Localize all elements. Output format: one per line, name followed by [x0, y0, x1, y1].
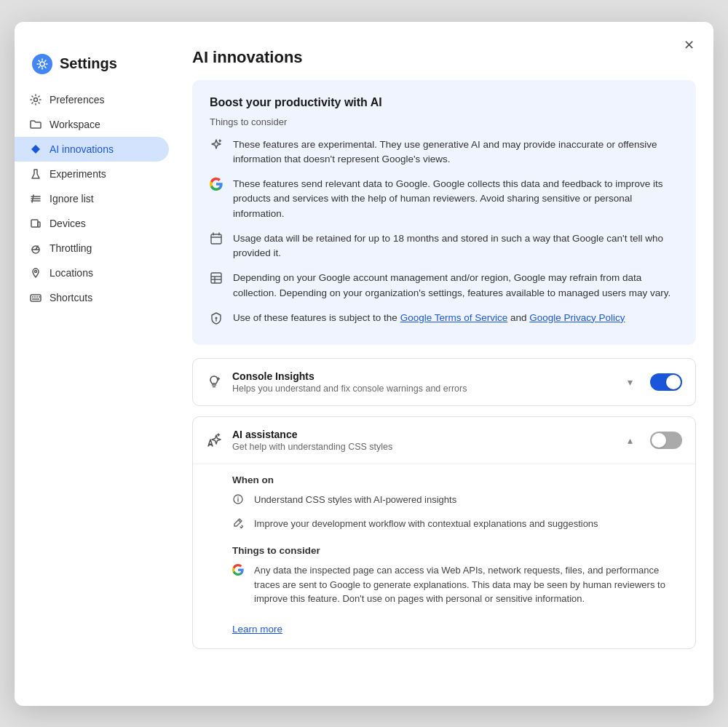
window-body: Settings Preferences: [15, 35, 713, 706]
tos-link[interactable]: Google Terms of Service: [400, 312, 508, 323]
svg-rect-7: [31, 220, 38, 227]
diamond-icon: [29, 143, 42, 156]
info-item-account: Depending on your Google account managem…: [210, 271, 678, 301]
settings-logo-icon: [32, 54, 52, 74]
info-circle-icon: [232, 493, 245, 509]
console-insights-toggle[interactable]: [650, 373, 682, 391]
sidebar-item-label: Preferences: [50, 94, 104, 106]
page-title: AI innovations: [192, 48, 696, 67]
sidebar-item-label: Experiments: [50, 168, 106, 180]
console-insights-row[interactable]: Console Insights Helps you understand an…: [193, 359, 695, 405]
console-insights-title: Console Insights: [232, 370, 617, 382]
console-insights-desc: Helps you understand and fix console war…: [232, 384, 617, 394]
sidebar-item-devices[interactable]: Devices: [15, 211, 169, 236]
sidebar-item-shortcuts[interactable]: Shortcuts: [15, 285, 169, 310]
chevron-up-icon: ▴: [628, 434, 633, 446]
info-item-tos: Use of these features is subject to the …: [210, 311, 678, 330]
sidebar-title-text: Settings: [60, 55, 117, 72]
when-on-title: When on: [232, 474, 682, 485]
when-on-item-workflow: Improve your development workflow with c…: [232, 517, 682, 533]
when-on-item-css: Understand CSS styles with AI-powered in…: [232, 493, 682, 509]
svg-marker-2: [31, 145, 40, 154]
sidebar-item-ai-innovations[interactable]: AI innovations: [15, 137, 169, 162]
ai-assistance-text: AI assistance Get help with understandin…: [232, 429, 617, 452]
svg-point-24: [215, 317, 218, 319]
console-insights-card: Console Insights Helps you understand an…: [192, 358, 696, 406]
info-item-google-data: These features send relevant data to Goo…: [210, 177, 678, 221]
sidebar-item-workspace[interactable]: Workspace: [15, 112, 169, 137]
lightbulb-plus-icon: [206, 374, 222, 390]
when-on-item-text: Improve your development workflow with c…: [254, 517, 598, 531]
ai-plus-icon: [206, 432, 222, 448]
svg-rect-19: [211, 234, 221, 244]
things-consider-title: Things to consider: [232, 545, 682, 556]
toggle-knob: [666, 375, 681, 389]
svg-rect-11: [31, 295, 41, 301]
svg-rect-20: [211, 273, 221, 283]
sidebar-item-label: Locations: [50, 267, 93, 279]
ai-assistance-desc: Get help with understanding CSS styles: [232, 442, 617, 452]
folder-icon: [29, 118, 42, 131]
window-header: ✕: [15, 22, 713, 35]
sidebar-item-preferences[interactable]: Preferences: [15, 87, 169, 112]
ai-assistance-title: AI assistance: [232, 429, 617, 440]
toggle-knob: [652, 433, 666, 448]
chevron-down-icon: ▾: [628, 376, 633, 388]
sidebar-item-label: Workspace: [50, 119, 100, 130]
ai-assistance-row[interactable]: AI assistance Get help with understandin…: [193, 417, 695, 464]
info-item-experimental: These features are experimental. They us…: [210, 138, 678, 167]
device-icon: [29, 217, 42, 230]
sidebar: Settings Preferences: [15, 35, 175, 706]
info-item-text: These features send relevant data to Goo…: [233, 177, 678, 221]
ai-assistance-card: AI assistance Get help with understandin…: [192, 416, 696, 649]
svg-rect-8: [38, 222, 40, 227]
keyboard-icon: [29, 291, 42, 304]
sidebar-item-label: Devices: [50, 218, 86, 229]
sidebar-title: Settings: [15, 44, 175, 87]
svg-point-1: [34, 98, 38, 101]
edit-ai-icon: [232, 517, 245, 533]
when-on-item-text: Understand CSS styles with AI-powered in…: [254, 493, 456, 507]
ai-assistance-expanded: When on Understand CSS styles with AI-po…: [193, 464, 695, 648]
sidebar-item-locations[interactable]: Locations: [15, 261, 169, 285]
flask-icon: [29, 167, 42, 180]
shield-icon: [210, 311, 224, 330]
sidebar-item-label: Ignore list: [50, 193, 94, 204]
svg-point-0: [40, 62, 44, 66]
google-icon-small: [232, 564, 245, 580]
info-item-text: These features are experimental. They us…: [233, 138, 678, 167]
svg-point-10: [35, 270, 37, 272]
gear-icon: [29, 93, 42, 106]
things-consider-text: Any data the inspected page can access v…: [254, 563, 682, 606]
things-consider-item: Any data the inspected page can access v…: [232, 563, 682, 606]
info-card-subtitle: Things to consider: [210, 116, 678, 127]
throttle-icon: [29, 242, 42, 255]
info-item-text: Usage data will be retained for up to 18…: [233, 231, 678, 261]
google-icon: [210, 178, 224, 196]
main-content: AI innovations Boost your productivity w…: [175, 35, 713, 706]
sidebar-item-label: AI innovations: [50, 143, 114, 155]
sparkle-icon: [210, 138, 224, 156]
info-card: Boost your productivity with AI Things t…: [192, 80, 696, 346]
calendar-icon: [210, 232, 224, 250]
info-card-title: Boost your productivity with AI: [210, 96, 678, 109]
table-icon: [210, 271, 224, 290]
sidebar-item-label: Shortcuts: [50, 292, 92, 303]
console-insights-text: Console Insights Helps you understand an…: [232, 370, 617, 394]
settings-window: ✕ Settings: [15, 22, 713, 706]
sidebar-item-experiments[interactable]: Experiments: [15, 162, 169, 186]
ai-assistance-toggle[interactable]: [650, 432, 682, 449]
privacy-link[interactable]: Google Privacy Policy: [529, 312, 625, 323]
sidebar-item-label: Throttling: [50, 242, 92, 254]
sidebar-item-throttling[interactable]: Throttling: [15, 236, 169, 261]
sidebar-item-ignore-list[interactable]: Ignore list: [15, 186, 169, 211]
learn-more-link[interactable]: Learn more: [232, 624, 282, 635]
info-item-usage-data: Usage data will be retained for up to 18…: [210, 231, 678, 261]
svg-point-34: [237, 496, 239, 498]
pin-icon: [29, 266, 42, 279]
info-item-text: Depending on your Google account managem…: [233, 271, 678, 301]
close-button[interactable]: ✕: [678, 35, 699, 55]
info-item-text: Use of these features is subject to the …: [233, 311, 625, 325]
lines-icon: [29, 192, 42, 205]
